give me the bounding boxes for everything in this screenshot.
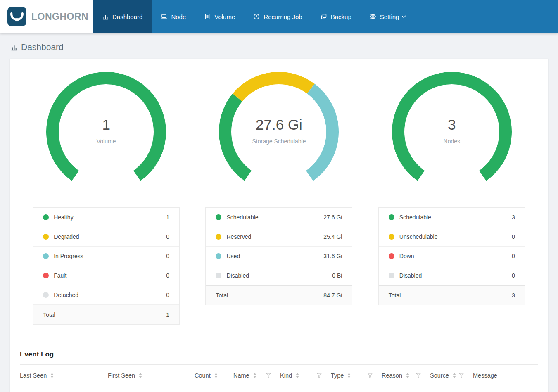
sort-icon[interactable] (50, 373, 54, 378)
event-log-title: Event Log (20, 350, 538, 359)
legend-value: 0 (166, 253, 169, 259)
legend-row-schedulable: Schedulable 27.6 Gi (206, 208, 352, 227)
filter-icon[interactable] (317, 373, 322, 378)
nav-label: Recurring Job (264, 13, 302, 20)
nav-item-recurring-job[interactable]: Recurring Job (244, 0, 311, 33)
column-label: Name (233, 372, 249, 379)
storage-gauge: 27.6 Gi Storage Schedulable (213, 68, 345, 196)
status-dot (43, 253, 49, 259)
chart-icon (11, 44, 18, 51)
legend-label: Schedulable (399, 214, 431, 221)
nodes-legend-table: Schedulable 3 Unschedulable 0 Down 0 Dis… (378, 207, 525, 305)
column-header-reason[interactable]: Reason (382, 372, 430, 379)
legend-row-disabled: Disabled 0 (379, 266, 525, 285)
legend-label: Schedulable (226, 214, 258, 221)
filter-icon[interactable] (266, 373, 271, 378)
filter-icon[interactable] (416, 373, 421, 378)
legend-row-unschedulable: Unschedulable 0 (379, 227, 525, 247)
legend-row-reserved: Reserved 25.4 Gi (206, 227, 352, 247)
status-dot (43, 273, 49, 278)
legend-label: Healthy (54, 214, 73, 221)
gauge-value: 3 (386, 116, 518, 133)
status-dot (43, 234, 49, 240)
legend-value: 25.4 Gi (323, 233, 342, 240)
total-label: Total (389, 292, 401, 299)
nodes-gauge-panel: 3 Nodes Schedulable 3 Unschedulable 0 D (366, 68, 538, 325)
legend-value: 0 Bi (332, 272, 342, 279)
column-header-source[interactable]: Source (430, 372, 473, 379)
sort-icon[interactable] (347, 373, 351, 378)
column-header-name[interactable]: Name (233, 372, 280, 379)
sort-icon[interactable] (453, 373, 456, 378)
column-header-kind[interactable]: Kind (280, 372, 331, 379)
legend-value: 27.6 Gi (323, 214, 342, 221)
column-label: Source (430, 372, 449, 379)
nav-item-volume[interactable]: Volume (195, 0, 244, 33)
status-dot (216, 253, 221, 259)
total-row: Total 1 (33, 305, 179, 324)
filter-icon[interactable] (368, 373, 373, 378)
nav-label: Dashboard (112, 13, 142, 20)
setting-gear-icon (370, 13, 376, 20)
node-icon (161, 13, 167, 20)
status-dot (43, 292, 49, 298)
storage-legend-table: Schedulable 27.6 Gi Reserved 25.4 Gi Use… (205, 207, 352, 305)
top-navbar: LONGHORN Dashboard Node (0, 0, 558, 33)
column-header-type[interactable]: Type (331, 372, 382, 379)
dashboard-card: 1 Volume Healthy 1 Degraded 0 In Progre (10, 59, 548, 392)
nav-item-dashboard[interactable]: Dashboard (93, 0, 152, 33)
legend-row-schedulable: Schedulable 3 (379, 208, 525, 227)
total-label: Total (216, 292, 228, 299)
legend-label: Fault (54, 272, 66, 279)
legend-label: Disabled (226, 272, 249, 279)
sort-icon[interactable] (253, 373, 256, 378)
gauges-row: 1 Volume Healthy 1 Degraded 0 In Progre (20, 59, 538, 325)
breadcrumb: Dashboard (0, 33, 558, 59)
sort-icon[interactable] (406, 373, 409, 378)
status-dot (389, 273, 394, 278)
nav-item-node[interactable]: Node (152, 0, 195, 33)
column-header-last-seen[interactable]: Last Seen (20, 372, 108, 379)
sort-icon[interactable] (139, 373, 142, 378)
column-label: Type (331, 372, 344, 379)
legend-value: 0 (512, 233, 515, 240)
nav-item-backup[interactable]: Backup (311, 0, 361, 33)
sort-icon[interactable] (296, 373, 299, 378)
nav-label: Backup (331, 13, 351, 20)
status-dot (216, 273, 221, 278)
column-header-message: Message (473, 372, 538, 379)
volume-icon (204, 13, 211, 20)
filter-icon[interactable] (459, 373, 464, 378)
status-dot (216, 234, 221, 240)
legend-value: 0 (512, 272, 515, 279)
nav-label: Node (171, 13, 186, 20)
sort-icon[interactable] (214, 373, 218, 378)
gauge-value: 27.6 Gi (213, 116, 345, 133)
total-value: 1 (166, 311, 169, 318)
column-label: First Seen (108, 372, 135, 379)
legend-row-disabled: Disabled 0 Bi (206, 266, 352, 285)
column-header-first-seen[interactable]: First Seen (108, 372, 195, 379)
legend-label: Detached (54, 292, 78, 298)
total-row: Total 84.7 Gi (206, 285, 352, 305)
legend-value: 0 (166, 272, 169, 279)
total-value: 84.7 Gi (323, 292, 342, 299)
total-value: 3 (512, 292, 515, 299)
legend-value: 31.6 Gi (323, 253, 342, 259)
logo-link[interactable]: LONGHORN (0, 0, 93, 33)
legend-value: 0 (166, 233, 169, 240)
legend-value: 0 (512, 253, 515, 259)
nav-item-setting[interactable]: Setting (361, 0, 416, 33)
status-dot (389, 214, 394, 220)
column-header-count[interactable]: Count (195, 372, 233, 379)
total-label: Total (43, 311, 55, 318)
volume-gauge: 1 Volume (40, 68, 172, 196)
chevron-down-icon (401, 15, 406, 18)
page-title: Dashboard (21, 42, 64, 52)
legend-row-healthy: Healthy 1 (33, 208, 179, 227)
volume-gauge-panel: 1 Volume Healthy 1 Degraded 0 In Progre (20, 68, 192, 325)
legend-row-down: Down 0 (379, 247, 525, 266)
nav-label: Setting (380, 13, 399, 20)
status-dot (389, 234, 394, 240)
legend-value: 1 (166, 214, 169, 221)
